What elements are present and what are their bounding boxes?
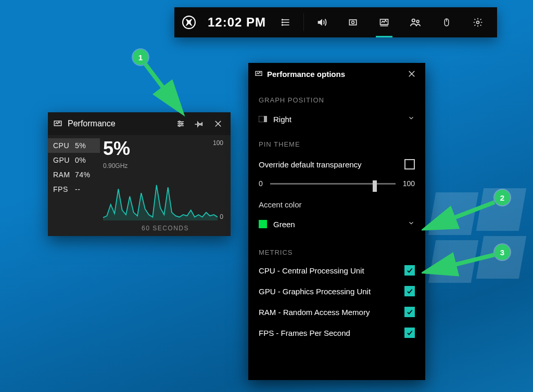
annotation-2: 2 (422, 190, 510, 237)
game-bar: 12:02 PM (174, 7, 497, 37)
svg-rect-28 (264, 116, 267, 122)
chart-area: 5% 0.90GHz 100 0 60 SECONDS (100, 135, 231, 236)
annotation-1: 1 (133, 49, 195, 112)
override-transparency-row[interactable]: Override default transparency (259, 158, 415, 171)
metric-toggle-ram[interactable]: RAM - Random Access Memory (259, 305, 415, 319)
cpu-sparkline (103, 163, 218, 220)
y-axis-max: 100 (213, 139, 223, 147)
widgets-menu-button[interactable] (270, 7, 301, 37)
chevron-down-icon (408, 219, 415, 229)
close-button[interactable] (209, 114, 227, 133)
svg-point-4 (282, 19, 283, 20)
xbox-icon[interactable] (174, 16, 204, 29)
metric-row-cpu[interactable]: CPU5% (48, 138, 100, 153)
capture-button[interactable] (337, 7, 369, 37)
big-metric-value: 5% (103, 139, 223, 158)
transparency-slider[interactable]: 0 100 (259, 179, 415, 188)
svg-point-20 (181, 123, 183, 125)
svg-rect-7 (349, 20, 356, 25)
performance-title: Performance (68, 119, 116, 128)
metric-list: CPU5% GPU0% RAM74% FPS-- (48, 135, 100, 236)
settings-button[interactable] (462, 7, 493, 37)
windows-logo-watermark (432, 192, 526, 286)
slider-thumb[interactable] (373, 180, 377, 192)
svg-point-6 (282, 24, 283, 25)
performance-icon (53, 119, 62, 128)
svg-point-11 (416, 20, 419, 23)
checkbox-checked[interactable] (404, 307, 415, 317)
accent-swatch (259, 220, 267, 228)
metrics-header: METRICS (259, 249, 415, 256)
accent-color-dropdown[interactable]: Green (259, 214, 415, 234)
svg-point-8 (352, 21, 354, 24)
audio-button[interactable] (306, 7, 337, 37)
svg-line-29 (145, 64, 177, 107)
slider-min: 0 (259, 179, 263, 188)
x-axis-label: 60 SECONDS (142, 225, 189, 232)
accent-color-header: Accent color (259, 200, 415, 209)
metric-toggle-gpu[interactable]: GPU - Graphics Processing Unit (259, 284, 415, 298)
svg-point-10 (412, 19, 415, 22)
performance-options-panel: Performance options GRAPH POSITION Right… (248, 63, 425, 380)
pin-theme-header: PIN THEME (259, 140, 415, 148)
slider-track[interactable] (270, 183, 396, 185)
y-axis-min: 0 (220, 213, 223, 220)
svg-point-19 (179, 121, 180, 123)
performance-widget: Performance CPU5% GPU0% RAM74% FPS-- 5% … (48, 112, 231, 236)
mouse-button[interactable] (431, 7, 462, 37)
performance-button[interactable] (369, 7, 400, 37)
metric-row-ram[interactable]: RAM74% (48, 167, 100, 182)
performance-icon (255, 70, 263, 78)
svg-line-31 (432, 255, 494, 270)
svg-point-14 (477, 21, 479, 24)
close-button[interactable] (402, 64, 421, 83)
performance-titlebar: Performance (48, 112, 231, 135)
performance-options-button[interactable] (171, 114, 190, 133)
clock: 12:02 PM (208, 15, 266, 30)
metric-row-fps[interactable]: FPS-- (48, 182, 100, 197)
chevron-down-icon (408, 114, 415, 124)
metric-row-gpu[interactable]: GPU0% (48, 153, 100, 167)
slider-max: 100 (403, 179, 415, 188)
social-button[interactable] (400, 7, 431, 37)
svg-line-30 (432, 202, 494, 226)
checkbox-checked[interactable] (404, 286, 415, 296)
checkbox-checked[interactable] (404, 328, 415, 338)
options-title: Performance options (267, 70, 345, 79)
checkbox-checked[interactable] (404, 265, 415, 276)
override-checkbox[interactable] (404, 159, 415, 169)
pin-button[interactable] (190, 114, 209, 133)
graph-position-dropdown[interactable]: Right (259, 109, 415, 129)
metric-toggle-fps[interactable]: FPS - Frames Per Second (259, 326, 415, 339)
metric-toggle-cpu[interactable]: CPU - Central Processing Unit (259, 264, 415, 277)
annotation-3: 3 (422, 244, 510, 281)
svg-point-5 (282, 22, 283, 23)
position-thumb-icon (259, 116, 267, 122)
graph-position-header: GRAPH POSITION (259, 96, 415, 104)
svg-point-21 (179, 125, 180, 126)
